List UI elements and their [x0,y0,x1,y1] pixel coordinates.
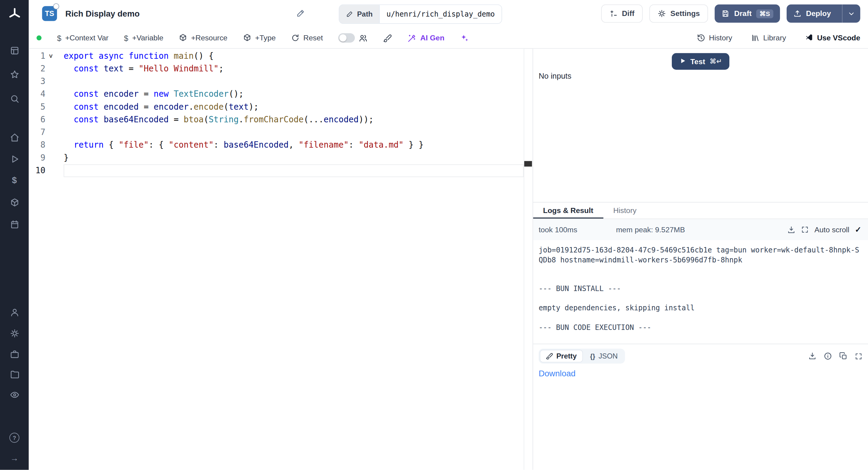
script-title: Rich Display demo [65,9,140,18]
ai-sparkles-icon[interactable] [460,33,469,42]
format-icon[interactable] [383,33,392,42]
runs-icon[interactable] [0,153,29,165]
download-link[interactable]: Download [538,369,576,378]
draft-shortcut: ⌘S [756,9,773,18]
edit-pencil-icon[interactable] [296,9,305,18]
sidebar-expand-icon[interactable]: → [0,451,29,464]
result-actions [808,352,863,361]
dollar-icon: $ [57,33,61,42]
download-result-icon[interactable] [808,352,817,361]
auto-scroll-label[interactable]: Auto scroll [814,225,849,234]
library-icon [751,34,760,42]
search-icon[interactable] [0,93,29,104]
fold-chevron-icon[interactable]: > [49,50,53,62]
help-icon[interactable]: ? [0,432,29,444]
windmill-logo[interactable] [0,8,29,20]
cube-icon [243,34,251,42]
vscode-icon [805,33,813,43]
use-vscode-button[interactable]: Use VScode [805,33,861,43]
library-button[interactable]: Library [751,34,786,42]
duration-label: took 100ms [538,225,577,234]
app: $ ? → TS Rich Display demo [0,0,868,470]
check-icon[interactable]: ✓ [855,225,861,234]
run-panel: Test ⌘↵ No inputs Logs & Result History … [532,49,868,470]
reset-button[interactable]: Reset [291,34,323,42]
magic-wand-icon [407,33,416,42]
expand-result-icon[interactable] [855,352,863,360]
editor-overview-mark [524,161,532,166]
reset-icon [291,34,300,42]
path-control[interactable]: Path u/henri/rich_display_demo [339,4,502,24]
code-content[interactable]: export async function main() { const tex… [64,50,524,177]
status-dot [36,36,41,41]
draft-button[interactable]: Draft ⌘S [715,4,780,23]
gear-icon [658,9,666,18]
ai-gen-button[interactable]: AI Gen [407,33,444,42]
collaborators-icon[interactable] [359,33,368,42]
main-area: TS Rich Display demo Path u/henri/rich_d… [29,0,868,470]
add-type-button[interactable]: +Type [243,34,276,42]
result-view-toggle: Pretty {} JSON [538,349,625,364]
diff-mode-toggle[interactable] [338,33,368,42]
no-inputs-label: No inputs [538,71,571,80]
workers-icon[interactable] [0,348,29,360]
grid-icon[interactable] [0,44,29,56]
add-resource-button[interactable]: +Resource [179,34,227,42]
toolbar-right: History Library Use VScode [697,33,860,43]
editor-toolbar: $+Context Var $+Variable +Resource +Type… [29,28,868,49]
toggle-switch[interactable] [338,33,355,42]
result-tabs: Logs & Result History [533,202,868,219]
download-logs-icon[interactable] [787,225,796,234]
sidebar: $ ? → [0,0,29,470]
test-button[interactable]: Test ⌘↵ [672,53,730,70]
schedules-icon[interactable] [0,218,29,230]
settings-button[interactable]: Settings [650,4,708,23]
workspace: 12345678910 > export async function main… [29,49,868,470]
save-draft-icon [721,9,730,18]
panel-splitter[interactable] [524,49,532,470]
braces-icon: {} [590,352,595,360]
resources-icon[interactable] [0,196,29,209]
expand-logs-icon[interactable] [801,226,809,233]
info-icon[interactable] [824,352,832,361]
brush-icon [546,352,553,360]
dollar-icon: $ [124,33,128,42]
runtime-ring-icon [53,3,59,9]
inputs-section: Test ⌘↵ No inputs [533,49,868,203]
cube-icon [179,34,187,42]
variables-icon[interactable]: $ [0,175,29,187]
play-icon [679,57,686,66]
code-editor[interactable]: 12345678910 > export async function main… [29,49,524,470]
favorites-star-icon[interactable] [0,68,29,80]
add-variable-button[interactable]: $+Variable [124,33,163,42]
line-numbers: 12345678910 [29,50,45,177]
history-button[interactable]: History [697,34,733,42]
header-actions: Diff Settings Draft ⌘S Deploy [601,4,860,23]
path-pencil-icon [346,10,353,18]
log-output: job=01912d75-163d-8204-47c9-5469c516cb1e… [533,240,868,344]
result-section: Pretty {} JSON [533,344,868,470]
audit-logs-eye-icon[interactable] [0,388,29,400]
pretty-view-button[interactable]: Pretty [540,350,583,363]
tab-history[interactable]: History [603,202,647,218]
user-icon[interactable] [0,306,29,318]
folders-icon[interactable] [0,368,29,380]
diff-icon [609,9,618,18]
deploy-button[interactable]: Deploy [786,4,860,23]
deploy-dropdown-chevron[interactable] [842,4,861,23]
home-icon[interactable] [0,131,29,143]
add-context-var-button[interactable]: $+Context Var [57,33,108,42]
test-shortcut: ⌘↵ [710,58,722,65]
tab-logs-result[interactable]: Logs & Result [533,202,603,218]
mem-peak-label: mem peak: 9.527MB [616,225,685,234]
path-label: Path [357,10,373,19]
json-view-button[interactable]: {} JSON [584,350,624,363]
copy-icon[interactable] [839,352,847,361]
settings-gear-icon[interactable] [0,327,29,339]
history-icon [697,34,705,42]
path-value: u/henri/rich_display_demo [379,5,501,24]
deploy-icon [793,9,802,18]
header: TS Rich Display demo Path u/henri/rich_d… [29,0,868,28]
diff-button[interactable]: Diff [601,4,643,23]
run-stats: took 100ms mem peak: 9.527MB Auto scroll… [533,219,868,240]
